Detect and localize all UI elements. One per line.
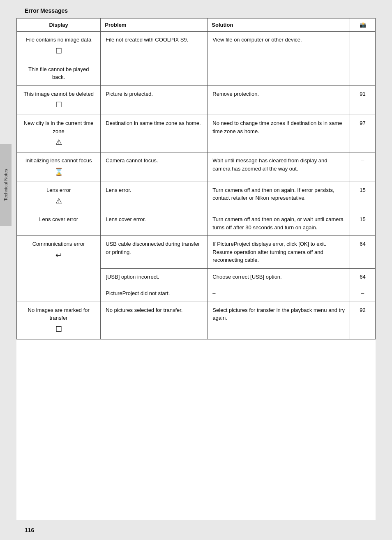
table-row: Lens cover error Lens cover error. Turn …: [17, 211, 376, 236]
protected-icon: ☐: [22, 99, 95, 111]
table-row: File contains no image data ☐ File not c…: [17, 32, 376, 61]
solution-cell: Turn camera off and then on again, or wa…: [208, 211, 350, 236]
page-cell: 97: [350, 115, 376, 152]
col-header-problem: Problem: [101, 18, 208, 32]
hourglass-icon: ⌛: [22, 166, 95, 178]
problem-cell: Camera cannot focus.: [101, 152, 208, 182]
page-cell: 64: [350, 268, 376, 285]
transfer-icon: ☐: [22, 324, 95, 335]
solution-cell: Turn camera off and then on again. If er…: [208, 182, 350, 211]
page-cell: 15: [350, 211, 376, 236]
page-number: 116: [25, 527, 34, 533]
warning-icon: ⚠: [22, 137, 95, 148]
problem-cell: USB cable disconnected during transfer o…: [101, 236, 208, 269]
display-cell: File contains no image data ☐: [17, 32, 101, 61]
display-cell: This file cannot be played back.: [17, 61, 101, 85]
page-cell: –: [350, 152, 376, 182]
error-messages-table: Display Problem Solution 📸 File contains…: [16, 18, 376, 339]
solution-cell: If PictureProject displays error, click …: [208, 236, 350, 269]
table-row: No images are marked for transfer ☐ No p…: [17, 302, 376, 339]
solution-cell: No need to change time zones if destinat…: [208, 115, 350, 152]
page-cell: –: [350, 32, 376, 86]
page-cell: 91: [350, 85, 376, 115]
col-header-solution: Solution: [208, 18, 350, 32]
no-image-icon: ☐: [22, 46, 95, 57]
solution-cell: –: [208, 285, 350, 302]
display-cell: This image cannot be deleted ☐: [17, 85, 101, 115]
solution-cell: View file on computer or other device.: [208, 32, 350, 86]
problem-cell: File not created with COOLPIX S9.: [101, 32, 208, 86]
col-header-display: Display: [17, 18, 101, 32]
sidebar-label: Technical Notes: [3, 169, 8, 201]
problem-cell: [USB] option incorrect.: [101, 268, 208, 285]
problem-cell: Lens cover error.: [101, 211, 208, 236]
page-cell: 64: [350, 236, 376, 269]
usb-icon: ↩: [22, 250, 95, 261]
problem-cell: Picture is protected.: [101, 85, 208, 115]
warning-icon-2: ⚠: [22, 196, 95, 207]
display-cell: New city is in the current time zone ⚠: [17, 115, 101, 152]
table-row: Initializing lens cannot focus ⌛ Camera …: [17, 152, 376, 182]
solution-cell: Select pictures for transfer in the play…: [208, 302, 350, 339]
problem-cell: No pictures selected for transfer.: [101, 302, 208, 339]
table-row: This image cannot be deleted ☐ Picture i…: [17, 85, 376, 115]
solution-cell: Wait until message has cleared from disp…: [208, 152, 350, 182]
page-title: Error Messages: [25, 7, 68, 14]
display-cell: No images are marked for transfer ☐: [17, 302, 101, 339]
page-cell: 15: [350, 182, 376, 211]
display-cell: Lens cover error: [17, 211, 101, 236]
table-row: Lens error ⚠ Lens error. Turn camera off…: [17, 182, 376, 211]
col-header-page: 📸: [350, 18, 376, 32]
display-cell: Initializing lens cannot focus ⌛: [17, 152, 101, 182]
page-cell: –: [350, 285, 376, 302]
solution-cell: Remove protection.: [208, 85, 350, 115]
sidebar-technical-notes: Technical Notes: [0, 144, 12, 226]
table-row: Communications error ↩ USB cable disconn…: [17, 236, 376, 269]
table-row: New city is in the current time zone ⚠ D…: [17, 115, 376, 152]
display-cell: Communications error ↩: [17, 236, 101, 302]
solution-cell: Choose correct [USB] option.: [208, 268, 350, 285]
problem-cell: Destination in same time zone as home.: [101, 115, 208, 152]
page-cell: 92: [350, 302, 376, 339]
problem-cell: Lens error.: [101, 182, 208, 211]
problem-cell: PictureProject did not start.: [101, 285, 208, 302]
display-cell: Lens error ⚠: [17, 182, 101, 211]
